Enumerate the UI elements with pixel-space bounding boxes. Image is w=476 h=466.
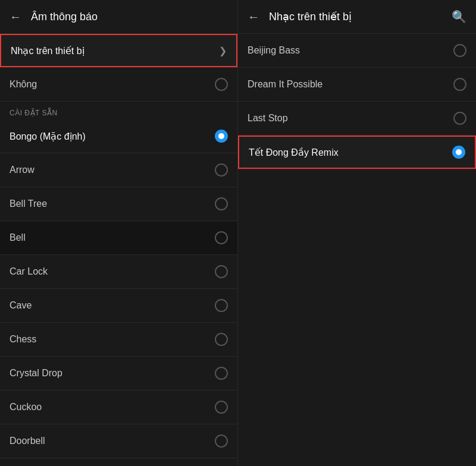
cave-label: Cave (10, 300, 215, 311)
bongo-item[interactable]: Bongo (Mặc định) (0, 119, 237, 153)
arrow-radio[interactable] (215, 163, 228, 177)
doorbell-item[interactable]: Doorbell (0, 424, 237, 458)
left-header: ← Âm thông báo (0, 0, 237, 33)
tet-dong-day-radio-inner (456, 149, 462, 155)
bell-radio[interactable] (215, 231, 228, 244)
section-label: CÀI ĐẶT SẴN (0, 102, 237, 119)
bell-tree-label: Bell Tree (10, 199, 215, 209)
right-panel-title: Nhạc trên thiết bị (269, 10, 352, 23)
cave-radio[interactable] (215, 299, 228, 312)
khong-item[interactable]: Không (0, 68, 237, 101)
chess-radio[interactable] (215, 333, 228, 346)
back-arrow-right[interactable]: ← (248, 10, 259, 24)
tet-dong-day-item[interactable]: Tết Đong Đầy Remix (238, 136, 476, 169)
cuckoo-label: Cuckoo (10, 402, 215, 413)
nhac-tren-thiet-bi-label: Nhạc trên thiết bị (11, 45, 219, 56)
crystal-drop-label: Crystal Drop (10, 368, 215, 379)
cuckoo-radio[interactable] (215, 401, 228, 414)
divider-12 (0, 458, 237, 458)
right-header: ← Nhạc trên thiết bị 🔍 (238, 0, 476, 33)
arrow-label: Arrow (10, 165, 215, 175)
bell-label: Bell (10, 232, 215, 243)
tet-dong-day-label: Tết Đong Đầy Remix (249, 147, 452, 158)
chess-item[interactable]: Chess (0, 323, 237, 356)
dream-it-possible-item[interactable]: Dream It Possible (238, 68, 476, 101)
doorbell-label: Doorbell (10, 436, 215, 446)
dream-it-possible-radio[interactable] (453, 78, 466, 91)
beijing-bass-item[interactable]: Beijing Bass (238, 34, 476, 67)
left-panel: ← Âm thông báo Nhạc trên thiết bị ❯ Khôn… (0, 0, 238, 466)
khong-radio[interactable] (215, 78, 228, 91)
nhac-tren-thiet-bi-item[interactable]: Nhạc trên thiết bị ❯ (0, 34, 237, 67)
khong-label: Không (10, 79, 215, 90)
car-lock-radio[interactable] (215, 265, 228, 278)
search-icon[interactable]: 🔍 (452, 10, 466, 24)
bongo-radio[interactable] (215, 130, 228, 143)
bell-tree-item[interactable]: Bell Tree (0, 187, 237, 221)
crystal-drop-radio[interactable] (215, 367, 228, 380)
bongo-radio-inner (218, 133, 224, 139)
bongo-label: Bongo (Mặc định) (10, 131, 215, 142)
last-stop-radio[interactable] (453, 112, 466, 125)
tet-dong-day-radio[interactable] (452, 146, 465, 159)
doorbell-radio[interactable] (215, 434, 228, 448)
bell-tree-radio[interactable] (215, 197, 228, 210)
car-lock-item[interactable]: Car Lock (0, 255, 237, 288)
bell-item[interactable]: Bell (0, 221, 237, 254)
last-stop-label: Last Stop (248, 113, 453, 124)
last-stop-item[interactable]: Last Stop (238, 102, 476, 135)
cave-item[interactable]: Cave (0, 289, 237, 322)
chevron-right-icon: ❯ (219, 45, 227, 56)
crystal-drop-item[interactable]: Crystal Drop (0, 357, 237, 390)
divider-r4 (238, 169, 476, 169)
beijing-bass-label: Beijing Bass (248, 45, 453, 56)
back-arrow-left[interactable]: ← (10, 10, 21, 24)
car-lock-label: Car Lock (10, 266, 215, 277)
beijing-bass-radio[interactable] (453, 44, 466, 57)
right-panel: ← Nhạc trên thiết bị 🔍 Beijing Bass Drea… (238, 0, 476, 466)
left-panel-title: Âm thông báo (31, 11, 98, 23)
cuckoo-item[interactable]: Cuckoo (0, 391, 237, 424)
dream-it-possible-label: Dream It Possible (248, 79, 453, 90)
arrow-item[interactable]: Arrow (0, 153, 237, 187)
chess-label: Chess (10, 334, 215, 345)
